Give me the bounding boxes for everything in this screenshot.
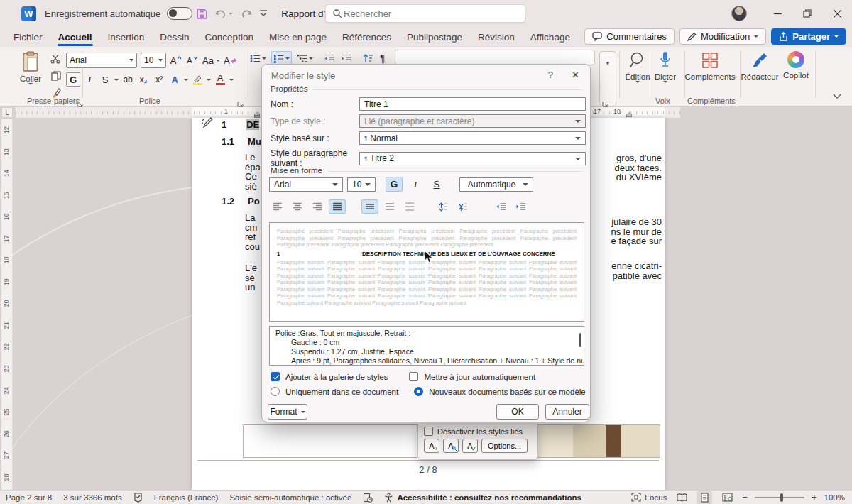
font-dialog-launcher[interactable] (237, 97, 244, 104)
styles-options-button[interactable]: Options... (481, 439, 528, 453)
shrink-font-button[interactable]: A (186, 53, 199, 67)
ribbon-tab[interactable]: Publipostage (399, 29, 470, 45)
dialog-increase-indent-button[interactable] (512, 199, 529, 214)
align-left-button[interactable] (269, 199, 286, 214)
bold-button[interactable]: G (66, 72, 80, 87)
ribbon-tab[interactable]: Accueil (50, 29, 100, 45)
underline-caret-icon[interactable] (114, 79, 119, 81)
ribbon-tab[interactable]: Mise en page (261, 29, 334, 45)
close-button[interactable] (822, 0, 852, 27)
numbered-list-button[interactable] (271, 51, 292, 65)
ribbon-tab[interactable]: Conception (197, 29, 261, 45)
font-size-combo[interactable]: 10 (141, 53, 166, 68)
cut-button[interactable] (47, 53, 65, 65)
ribbon-tab[interactable]: Fichier (6, 29, 50, 45)
bullet-list-button[interactable] (248, 51, 268, 65)
one-half-spacing-button[interactable] (381, 199, 398, 214)
ribbon-tab[interactable]: Références (334, 29, 399, 45)
italic-button[interactable]: I (83, 72, 96, 87)
proofing-status[interactable] (133, 493, 143, 503)
language-status[interactable]: Français (France) (154, 493, 219, 502)
underline-button[interactable]: S (99, 72, 111, 87)
restore-button[interactable] (792, 0, 822, 27)
change-case-button[interactable]: Aa (202, 53, 220, 67)
ribbon-tab[interactable]: Révision (470, 29, 523, 45)
document-photo[interactable] (243, 424, 417, 458)
manage-styles-button[interactable]: A✓ (462, 439, 478, 453)
d-bold-toggle[interactable]: G (386, 177, 403, 192)
dialog-decrease-indent-button[interactable] (492, 199, 509, 214)
ribbon-tab[interactable]: Dessin (152, 29, 197, 45)
zoom-out-button[interactable]: − (742, 492, 748, 503)
cancel-button[interactable]: Annuler (545, 404, 589, 420)
clipboard-dialog-launcher[interactable] (77, 97, 84, 104)
text-effects-button[interactable]: A (168, 72, 181, 87)
autosave-toggle[interactable] (167, 7, 192, 20)
align-center-button[interactable] (289, 199, 306, 214)
based-on-combo[interactable]: ¶Normal (359, 131, 586, 145)
copy-button[interactable] (47, 70, 65, 82)
decrease-indent-button[interactable] (322, 51, 336, 65)
read-mode-button[interactable] (674, 491, 689, 504)
save-button[interactable] (192, 4, 212, 23)
dictate-button[interactable]: Dicter (649, 51, 682, 83)
focus-mode-button[interactable]: Focus (631, 493, 667, 502)
print-layout-button[interactable] (697, 491, 712, 504)
show-formatting-marks-button[interactable]: ¶ (378, 51, 387, 65)
multilevel-list-button[interactable] (295, 51, 315, 65)
single-spacing-button[interactable] (361, 199, 378, 214)
dialog-close-button[interactable]: ✕ (572, 70, 579, 80)
font-color-combo[interactable]: Automatique (459, 177, 533, 192)
justify-button[interactable] (329, 199, 346, 214)
undo-button[interactable] (212, 4, 236, 23)
only-this-document-radio[interactable] (271, 387, 280, 396)
ink-annotation-icon[interactable] (201, 116, 214, 132)
styles-dialog-launcher[interactable] (602, 97, 609, 104)
strikethrough-button[interactable]: ab (121, 72, 134, 87)
ribbon-tab[interactable]: Affichage (523, 29, 578, 45)
ok-button[interactable]: OK (496, 404, 539, 420)
highlight-caret-icon[interactable] (207, 79, 211, 81)
decrease-space-after-button[interactable] (454, 199, 471, 214)
quick-access-toolbar-button[interactable] (256, 4, 271, 23)
zoom-in-button[interactable]: + (812, 492, 817, 503)
new-style-button[interactable]: A+ (424, 439, 439, 453)
autocomplete-status[interactable]: Saisie semi-automatique : activée (229, 493, 351, 502)
page-count-status[interactable]: Page 2 sur 8 (6, 493, 52, 502)
editing-mode-button[interactable]: Modification (679, 28, 766, 45)
grow-font-button[interactable]: A (170, 53, 182, 67)
style-name-input[interactable]: Titre 1 (359, 97, 586, 111)
style-inspector-button[interactable]: A (443, 439, 459, 453)
new-documents-radio[interactable] (414, 387, 423, 396)
next-paragraph-combo[interactable]: ¶Titre 2 (359, 152, 586, 165)
description-scrollbar[interactable] (579, 333, 581, 347)
account-avatar[interactable] (731, 6, 747, 21)
search-bar[interactable] (325, 4, 525, 23)
font-name-combo[interactable]: Arial (66, 53, 137, 68)
web-layout-button[interactable] (719, 491, 735, 504)
dialog-font-name-combo[interactable]: Arial (269, 177, 343, 192)
font-color-button[interactable]: A (214, 72, 226, 87)
auto-update-checkbox[interactable] (409, 372, 418, 381)
superscript-button[interactable]: x² (153, 72, 165, 87)
increase-indent-button[interactable] (339, 51, 353, 65)
disable-linked-styles-checkbox[interactable] (424, 427, 433, 436)
clear-formatting-button[interactable]: A (224, 53, 237, 67)
redo-button[interactable] (236, 4, 256, 23)
collapse-ribbon-button[interactable] (832, 89, 842, 102)
search-input[interactable] (342, 8, 518, 20)
increase-space-before-button[interactable] (434, 199, 451, 214)
dialog-font-size-combo[interactable]: 10 (347, 177, 376, 192)
sort-button[interactable] (361, 51, 375, 65)
editor-button[interactable]: Rédacteur (740, 51, 780, 81)
zoom-slider-thumb[interactable] (780, 493, 783, 502)
share-button[interactable]: Partager (771, 28, 846, 45)
subscript-button[interactable]: x₂ (137, 72, 150, 87)
paste-button[interactable]: Coller (16, 51, 45, 98)
word-count-status[interactable]: 3 sur 3366 mots (63, 493, 121, 502)
dialog-help-button[interactable]: ? (548, 70, 553, 80)
minimize-button[interactable] (763, 0, 792, 27)
styles-gallery[interactable] (395, 50, 595, 65)
double-spacing-button[interactable] (401, 199, 418, 214)
font-color-caret-icon[interactable] (229, 79, 234, 81)
